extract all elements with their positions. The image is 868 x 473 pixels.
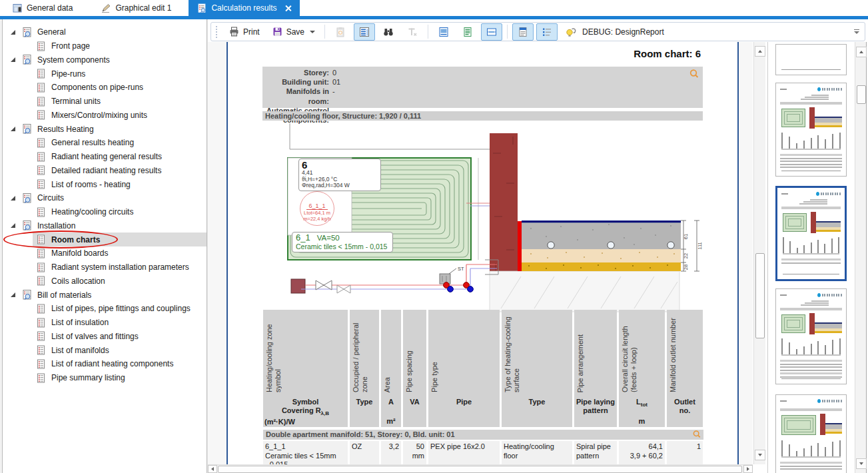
- info-label: Storey:: [265, 68, 329, 77]
- report-page-icon: [35, 303, 47, 314]
- tree-item-heating-cooling-circuits[interactable]: Heating/cooling circuits: [2, 205, 207, 219]
- scroll-down-button[interactable]: [755, 450, 765, 460]
- tree-group-installation[interactable]: Installation: [2, 219, 207, 233]
- expander-icon[interactable]: [11, 57, 15, 62]
- tree-item-detailed-radiant-results[interactable]: Detailed radiant heating results: [2, 164, 207, 178]
- tree-item-list-of-valves[interactable]: List of valves and fittings: [2, 330, 207, 344]
- tree-item-mixers[interactable]: Mixers/Control/mixing units: [2, 109, 207, 123]
- single-page-button[interactable]: [457, 23, 478, 41]
- save-button[interactable]: Save: [267, 23, 320, 40]
- scroll-right-button[interactable]: [743, 465, 753, 473]
- scroll-down-button[interactable]: [856, 458, 867, 469]
- tree-label: Detailed radiant heating results: [51, 166, 161, 175]
- document-scrollbar-thumb[interactable]: [755, 253, 765, 338]
- tree-item-pipe-runs[interactable]: Pipe-runs: [2, 67, 207, 81]
- expander-icon[interactable]: [11, 30, 15, 35]
- tree-item-coils-allocation[interactable]: Coils allocation: [2, 274, 207, 288]
- document-viewport[interactable]: Room chart: 6 Storey:0 Building unit:01 …: [208, 42, 753, 464]
- structure-section-bar: Heating/cooling floor, Structure: 1,920 …: [262, 111, 703, 121]
- page-thumbnail[interactable]: [775, 44, 847, 75]
- tree-item-list-of-manifolds[interactable]: List of manifolds: [2, 343, 207, 357]
- tab-calculation-results[interactable]: Calculation results: [189, 0, 300, 16]
- tree-item-front-page[interactable]: Front page: [2, 39, 207, 53]
- toolbar-overflow-button[interactable]: [853, 28, 861, 36]
- tab-label: General data: [27, 3, 73, 13]
- scroll-up-button[interactable]: [755, 46, 765, 57]
- zoom-icon[interactable]: [692, 430, 701, 439]
- tree-label: List of valves and fittings: [51, 332, 139, 341]
- tree-group-system-components[interactable]: System components: [2, 53, 207, 67]
- print-label: Print: [243, 27, 260, 37]
- page-header-view-button[interactable]: [512, 23, 534, 41]
- cell-surface-type: Heating/cooling floor: [502, 441, 572, 464]
- thumb-section-bar: [780, 102, 842, 105]
- tree-item-general-results-heating[interactable]: General results heating: [2, 136, 207, 150]
- page-thumbnail[interactable]: [775, 83, 847, 177]
- tab-general-data[interactable]: General data: [4, 0, 81, 16]
- find-button[interactable]: [378, 23, 399, 41]
- tree-item-terminal-units[interactable]: Terminal units: [2, 95, 207, 109]
- bullet-list-icon: [541, 26, 553, 38]
- room-drawing: 61 22 28 111: [281, 123, 721, 318]
- tree-group-general[interactable]: General: [2, 25, 207, 39]
- toolbar-grip[interactable]: [215, 25, 218, 39]
- tree-label: Mixers/Control/mixing units: [51, 111, 147, 120]
- thumbnail-scrollbar-thumb[interactable]: [857, 85, 866, 104]
- expander-icon[interactable]: [11, 292, 15, 297]
- list-view-button[interactable]: [536, 23, 558, 41]
- thumb-drawing: [781, 313, 842, 336]
- thumb-wall: [820, 414, 825, 435]
- tree-item-list-of-pipes[interactable]: List of pipes, pipe fittings and couplin…: [2, 302, 207, 316]
- report-group-icon: [21, 220, 33, 231]
- page-thumbnail[interactable]: [775, 288, 847, 384]
- column-subheader: Ltotm: [619, 396, 665, 427]
- tree-group-bill-of-materials[interactable]: Bill of materials: [2, 288, 207, 302]
- expander-icon[interactable]: [11, 196, 15, 201]
- logo-text: [822, 294, 842, 296]
- tree-group-circuits[interactable]: Circuits: [2, 191, 207, 205]
- tree-item-radiant-general-results[interactable]: Radiant heating general results: [2, 150, 207, 164]
- scroll-left-button[interactable]: [208, 465, 217, 473]
- tree-item-components-on-pipe-runs[interactable]: Components on pipe-runs: [2, 81, 207, 95]
- scroll-up-button[interactable]: [856, 47, 867, 57]
- logo-text: [821, 193, 841, 195]
- thumb-footer-line: [783, 274, 839, 275]
- document-vertical-scrollbar[interactable]: [753, 42, 765, 464]
- tree-item-list-of-insulation[interactable]: List of insulation: [2, 316, 207, 330]
- zoom-icon[interactable]: [689, 69, 699, 79]
- save-dropdown-caret[interactable]: [310, 31, 315, 33]
- thumb-floor-layers: [816, 221, 841, 232]
- page-thumbnail-selected[interactable]: [775, 186, 847, 281]
- page-view-button[interactable]: [433, 23, 454, 41]
- tab-graphical-edit[interactable]: Graphical edit 1: [93, 0, 179, 16]
- debug-report-button[interactable]: DEBUG: DesignReport: [560, 23, 669, 41]
- tree-item-pipe-summary-listing[interactable]: Pipe summary listing: [2, 371, 207, 385]
- thumb-table-headers: [781, 133, 841, 150]
- expander-icon[interactable]: [11, 127, 15, 131]
- expander-icon[interactable]: [11, 223, 15, 228]
- horizontal-scrollbar[interactable]: [208, 464, 753, 473]
- thumbnail-vertical-scrollbar[interactable]: [855, 42, 867, 473]
- tree-item-manifold-boards[interactable]: Manifold boards: [2, 246, 207, 260]
- tree-item-radiant-installation-parameters[interactable]: Radiant system installation parameters: [2, 260, 207, 274]
- horizontal-scrollbar-thumb[interactable]: [218, 466, 742, 473]
- zone-id: 6_1: [296, 233, 310, 242]
- dim-total-label: 111: [697, 242, 703, 249]
- print-button[interactable]: Print: [224, 23, 264, 40]
- report-page-icon: [35, 262, 47, 273]
- report-page-icon: [35, 344, 47, 356]
- thumb-wall: [809, 107, 815, 129]
- page-thumbnail[interactable]: [775, 394, 847, 473]
- tree-group-results-heating[interactable]: Results Heating: [2, 122, 207, 136]
- close-icon[interactable]: [284, 5, 292, 12]
- report-toolbar: Print Save: [211, 22, 865, 41]
- thumb-wall: [811, 212, 816, 233]
- tree-item-list-of-radiant-components[interactable]: List of radiant heating components: [2, 357, 207, 371]
- text-search-button: [402, 23, 423, 41]
- tree-item-list-of-rooms-heating[interactable]: List of rooms - heating: [2, 177, 207, 191]
- fit-width-button[interactable]: [481, 23, 502, 41]
- report-view-button[interactable]: [354, 23, 375, 41]
- thumb-wall: [809, 313, 815, 334]
- tree-item-room-charts[interactable]: Room charts: [2, 233, 207, 246]
- thumb-floor-layers: [815, 322, 842, 333]
